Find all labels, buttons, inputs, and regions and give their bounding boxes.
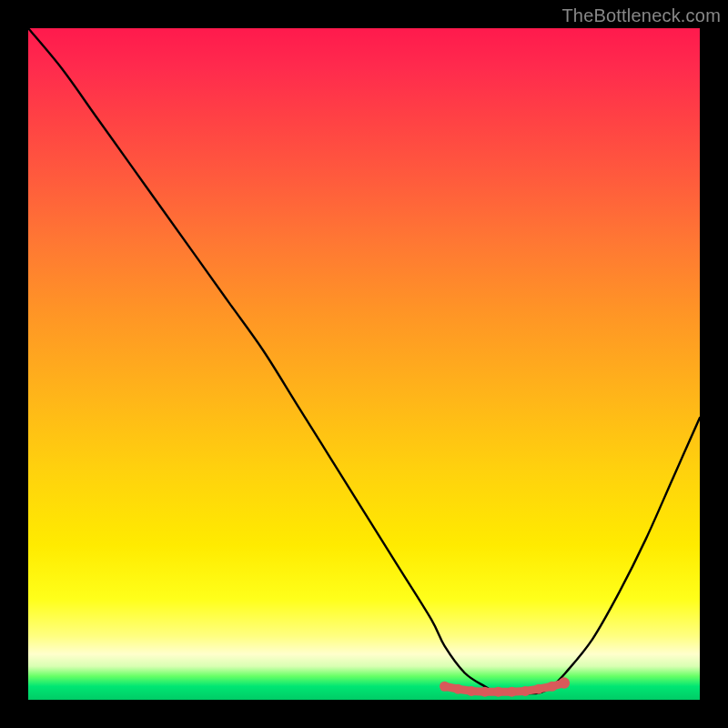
bottleneck-curve-path xyxy=(28,28,700,693)
optimal-marker-dot xyxy=(480,687,490,697)
watermark-text: TheBottleneck.com xyxy=(561,5,721,26)
optimal-marker-dot xyxy=(493,687,503,697)
optimal-marker-dot xyxy=(521,686,531,696)
chart-svg xyxy=(28,28,700,700)
optimal-marker-dot xyxy=(533,684,543,694)
optimal-marker-dot xyxy=(507,687,517,697)
optimal-marker-dot xyxy=(440,682,450,692)
optimal-marker-dot xyxy=(453,684,463,694)
optimal-markers xyxy=(440,677,570,696)
optimal-marker-dot xyxy=(547,682,557,692)
optimal-marker-dot xyxy=(467,686,477,696)
plot-area xyxy=(28,28,700,700)
chart-container: TheBottleneck.com xyxy=(0,0,728,728)
optimal-marker-dot xyxy=(559,677,570,688)
